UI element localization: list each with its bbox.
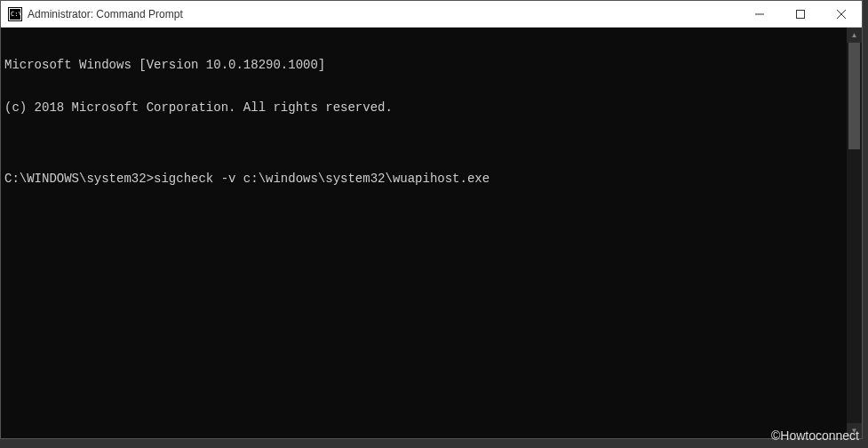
close-button[interactable] — [821, 1, 862, 27]
command-prompt-window: C:\ Administrator: Command Prompt Micros… — [0, 0, 863, 439]
watermark: ©Howtoconnect — [771, 428, 859, 443]
scroll-thumb[interactable] — [848, 43, 860, 149]
prompt-line: C:\WINDOWS\system32>sigcheck -v c:\windo… — [4, 172, 843, 186]
console-line: Microsoft Windows [Version 10.0.18290.10… — [4, 58, 843, 72]
window-controls — [739, 1, 862, 27]
titlebar: C:\ Administrator: Command Prompt — [1, 1, 862, 28]
minimize-button[interactable] — [739, 1, 780, 27]
console-line: (c) 2018 Microsoft Corporation. All righ… — [4, 100, 843, 115]
cmd-icon: C:\ — [8, 7, 22, 21]
console-area: Microsoft Windows [Version 10.0.18290.10… — [1, 28, 862, 438]
scroll-track[interactable] — [847, 43, 862, 423]
svg-rect-5 — [797, 10, 805, 18]
svg-text:C:\: C:\ — [11, 11, 22, 18]
scroll-up-button[interactable]: ▲ — [847, 28, 862, 43]
prompt: C:\WINDOWS\system32> — [4, 172, 154, 186]
maximize-button[interactable] — [780, 1, 821, 27]
command-input[interactable]: sigcheck -v c:\windows\system32\wuapihos… — [154, 172, 490, 186]
window-title: Administrator: Command Prompt — [28, 8, 739, 20]
console-output[interactable]: Microsoft Windows [Version 10.0.18290.10… — [1, 28, 847, 438]
vertical-scrollbar[interactable]: ▲ ▼ — [847, 28, 862, 438]
